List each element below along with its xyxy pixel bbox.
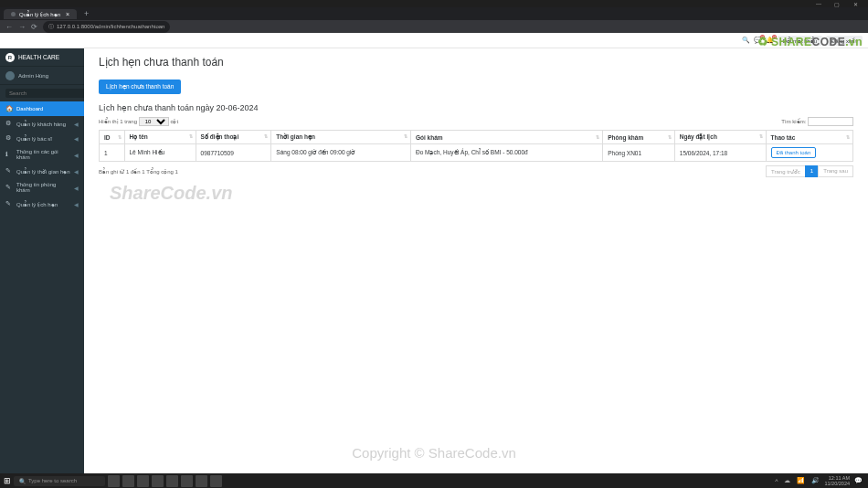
taskbar-app-7[interactable] bbox=[196, 475, 207, 487]
tray-volume-icon[interactable]: 🔊 bbox=[811, 477, 820, 484]
main-content: Lịch hẹn chưa thanh toán Lịch hẹn chưa t… bbox=[84, 48, 868, 473]
column-header[interactable]: Ngày đặt lịch⇅ bbox=[674, 131, 766, 144]
chevron-left-icon: ◀ bbox=[74, 121, 79, 127]
brand[interactable]: R HEALTH CARE bbox=[0, 48, 84, 67]
pager-page-1[interactable]: 1 bbox=[805, 165, 819, 177]
search-icon[interactable]: 🔍 bbox=[742, 37, 750, 44]
brand-logo: R bbox=[5, 53, 15, 62]
table-footer: Bản ghi từ 1 đến 1 Tổng cộng 1 Trang trư… bbox=[99, 165, 853, 177]
forward-button[interactable]: → bbox=[18, 23, 26, 31]
column-header[interactable]: Số điện thoại⇅ bbox=[196, 131, 271, 144]
maximize-button[interactable]: ▢ bbox=[828, 1, 846, 7]
menu-label: Quản lý bác sĩ bbox=[16, 135, 70, 142]
tray-chevron[interactable]: ^ bbox=[775, 478, 778, 484]
menu-icon: ✎ bbox=[5, 184, 13, 191]
data-table: ID⇅Họ tên⇅Số điện thoại⇅Thời gian hẹn⇅Gó… bbox=[99, 130, 853, 162]
favicon bbox=[11, 12, 16, 16]
url-text: 127.0.0.1:8000/admin/lichhenchuathanhtoa… bbox=[57, 24, 164, 29]
cell-time: Sáng 08:00 giờ đến 09:00 giờ bbox=[271, 144, 411, 162]
start-button[interactable]: ⊞ bbox=[4, 476, 11, 485]
taskbar-app-5[interactable] bbox=[166, 475, 178, 487]
taskbar-app-1[interactable] bbox=[108, 475, 120, 487]
os-titlebar: — ▢ ✕ bbox=[0, 0, 868, 7]
address-bar[interactable]: ⓘ 127.0.0.1:8000/admin/lichhenchuathanht… bbox=[43, 21, 170, 33]
sort-icon: ⇅ bbox=[596, 134, 599, 140]
page-length-select[interactable]: 10 bbox=[139, 117, 169, 126]
menu-icon: ✎ bbox=[5, 200, 13, 207]
chevron-left-icon: ◀ bbox=[74, 185, 79, 191]
column-header[interactable]: ID⇅ bbox=[100, 131, 125, 144]
clock[interactable]: 12:11 AM 11/20/2024 bbox=[824, 475, 850, 486]
sort-icon: ⇅ bbox=[759, 133, 763, 139]
tray-notifications-icon[interactable]: 💬 bbox=[854, 477, 863, 484]
tray-cloud-icon[interactable]: ☁ bbox=[784, 477, 790, 484]
column-header[interactable]: Họ tên⇅ bbox=[124, 131, 196, 144]
close-button[interactable]: ✕ bbox=[846, 1, 864, 7]
pager-prev[interactable]: Trang trước bbox=[766, 165, 806, 177]
sidebar-item-0[interactable]: 🏠Dashboard bbox=[0, 101, 84, 116]
avatar bbox=[5, 71, 15, 80]
tray-wifi-icon[interactable]: 📶 bbox=[797, 477, 805, 484]
taskbar-app-3[interactable] bbox=[137, 475, 149, 487]
pager-next[interactable]: Trang sau bbox=[818, 165, 853, 177]
sidebar-item-1[interactable]: ⚙Quản lý khách hàng◀ bbox=[0, 116, 84, 131]
subtitle: Lịch hẹn chưa thanh toán ngày 20-06-2024 bbox=[99, 103, 853, 112]
column-header[interactable]: Thời gian hẹn⇅ bbox=[271, 131, 411, 144]
chevron-left-icon: ◀ bbox=[74, 152, 79, 158]
pagination: Trang trước 1 Trang sau bbox=[767, 165, 853, 177]
tab-close-icon[interactable]: × bbox=[66, 11, 69, 17]
sort-icon: ⇅ bbox=[118, 134, 122, 140]
search-input[interactable] bbox=[5, 89, 90, 98]
sort-icon: ⇅ bbox=[264, 133, 268, 139]
taskbar-app-4[interactable] bbox=[152, 475, 164, 487]
taskbar-search[interactable]: 🔍 Type here to search bbox=[14, 476, 105, 486]
sidebar-item-3[interactable]: ℹThông tin các gói khám◀ bbox=[0, 145, 84, 164]
taskbar-app-2[interactable] bbox=[122, 475, 134, 487]
search-icon: 🔍 bbox=[19, 478, 26, 484]
taskbar-app-6[interactable] bbox=[181, 475, 193, 487]
menu-label: Quản lý thời gian hẹn bbox=[16, 168, 70, 175]
browser-toolbar: ← → ⟳ ⓘ 127.0.0.1:8000/admin/lichhenchua… bbox=[0, 20, 868, 33]
menu-icon: ⚙ bbox=[5, 134, 13, 142]
user-name: Admin Hùng bbox=[18, 73, 48, 79]
column-header[interactable]: Gói khám⇅ bbox=[410, 131, 602, 144]
table-info: Bản ghi từ 1 đến 1 Tổng cộng 1 bbox=[99, 168, 178, 175]
column-header[interactable]: Phòng khám⇅ bbox=[603, 131, 675, 144]
browser-tab[interactable]: Quản lý lịch hẹn × bbox=[4, 9, 77, 19]
chevron-left-icon: ◀ bbox=[74, 168, 79, 175]
table-search-input[interactable] bbox=[808, 117, 853, 126]
cell-phone: 0987710509 bbox=[196, 144, 271, 162]
sidebar-item-6[interactable]: ✎Quản lý lịch hẹn◀ bbox=[0, 196, 84, 211]
cell-package: Đo Mạch, Huyết Áp, Chỉ số BMI - 50.000đ bbox=[410, 144, 602, 162]
user-panel[interactable]: Admin Hùng bbox=[0, 67, 84, 85]
table-controls: Hiển thị 1 trang 10 cột Tìm kiếm: bbox=[99, 117, 853, 126]
sort-icon: ⇅ bbox=[404, 133, 408, 139]
table-search: Tìm kiếm: bbox=[781, 117, 853, 126]
cell-id: 1 bbox=[100, 144, 125, 162]
back-button[interactable]: ← bbox=[5, 23, 13, 31]
chevron-left-icon: ◀ bbox=[74, 201, 79, 207]
column-header[interactable]: Thao tác⇅ bbox=[766, 131, 852, 144]
action-button[interactable]: Đã thanh toán bbox=[771, 147, 817, 158]
menu-label: Thông tin phòng khám bbox=[16, 182, 70, 193]
menu-label: Quản lý khách hàng bbox=[16, 121, 70, 127]
taskbar-app-8[interactable] bbox=[210, 475, 222, 487]
watermark-logo: ♻ SHARECODE.vn bbox=[757, 35, 863, 48]
brand-name: HEALTH CARE bbox=[18, 54, 59, 60]
app-header: 🔍 💬0 🔔0 Đổi mật khẩu Đăng xuất bbox=[0, 33, 868, 48]
sort-icon: ⇅ bbox=[189, 133, 193, 139]
page-length: Hiển thị 1 trang 10 cột bbox=[99, 117, 178, 126]
sort-icon: ⇅ bbox=[668, 134, 672, 140]
cell-room: Phòng XN01 bbox=[603, 144, 675, 162]
reload-button[interactable]: ⟳ bbox=[31, 23, 37, 31]
page-title: Lịch hẹn chưa thanh toán bbox=[99, 56, 853, 69]
menu-icon: ✎ bbox=[5, 167, 13, 175]
sidebar-item-2[interactable]: ⚙Quản lý bác sĩ◀ bbox=[0, 131, 84, 145]
sidebar-item-4[interactable]: ✎Quản lý thời gian hẹn◀ bbox=[0, 164, 84, 178]
menu-icon: 🏠 bbox=[5, 105, 13, 112]
menu-label: Thông tin các gói khám bbox=[16, 149, 70, 160]
new-tab-button[interactable]: + bbox=[80, 9, 92, 18]
filter-button[interactable]: Lịch hẹn chưa thanh toán bbox=[99, 80, 181, 94]
sidebar-item-5[interactable]: ✎Thông tin phòng khám◀ bbox=[0, 178, 84, 196]
minimize-button[interactable]: — bbox=[810, 1, 828, 6]
